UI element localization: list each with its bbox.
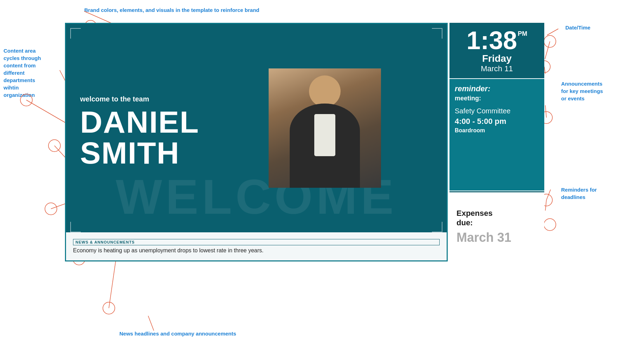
brand-annotation-label: Brand colors, elements, and visuals in t… bbox=[84, 6, 259, 14]
announcements-annotation-label: Announcementsfor key meetingsor events bbox=[561, 80, 603, 102]
deadline-panel: Expensesdue: March 31 bbox=[449, 191, 544, 261]
svg-point-10 bbox=[544, 35, 556, 47]
deadline-label: Expensesdue: bbox=[456, 209, 537, 227]
svg-line-20 bbox=[148, 316, 154, 331]
svg-line-11 bbox=[545, 41, 550, 59]
news-bar: NEWS & ANNOUNCEMENTS Economy is heating … bbox=[66, 232, 447, 260]
svg-line-4 bbox=[26, 100, 66, 123]
svg-line-9 bbox=[547, 29, 558, 35]
person-photo bbox=[269, 68, 381, 188]
corner-bracket-tl bbox=[70, 28, 81, 39]
content-area-annotation-label: Content areacycles throughcontent fromdi… bbox=[4, 47, 41, 99]
reminder-panel: reminder: meeting: Safety Committee 4:00… bbox=[449, 79, 544, 191]
photo-shirt-detail bbox=[314, 114, 335, 156]
corner-bracket-br bbox=[432, 222, 442, 232]
svg-line-19 bbox=[546, 190, 551, 200]
deadline-date: March 31 bbox=[456, 230, 537, 245]
main-screen: WELCOME welcome to the team DANIEL SMITH… bbox=[65, 23, 448, 261]
svg-point-21 bbox=[103, 302, 115, 314]
svg-point-7 bbox=[45, 203, 57, 215]
reminder-subheader: meeting: bbox=[455, 95, 539, 102]
news-label: NEWS & ANNOUNCEMENTS bbox=[73, 239, 440, 245]
svg-point-5 bbox=[48, 140, 60, 152]
welcome-subtitle: welcome to the team bbox=[80, 95, 203, 103]
svg-line-22 bbox=[109, 260, 116, 308]
reminder-header: reminder: bbox=[455, 84, 539, 93]
person-first-name: DANIEL bbox=[80, 107, 203, 138]
time-display: 1:38 PM bbox=[466, 28, 527, 53]
datetime-panel: 1:38 PM Friday March 11 bbox=[449, 23, 544, 79]
corner-bracket-bl bbox=[70, 222, 81, 232]
news-text: Economy is heating up as unemployment dr… bbox=[73, 247, 440, 254]
svg-line-13 bbox=[544, 67, 545, 74]
person-last-name: SMITH bbox=[80, 138, 203, 168]
right-sidebar: 1:38 PM Friday March 11 reminder: meetin… bbox=[449, 23, 544, 261]
svg-line-8 bbox=[51, 204, 66, 209]
reminder-title: Safety Committee bbox=[455, 106, 539, 115]
reminder-location: Boardroom bbox=[455, 127, 539, 134]
welcome-text-block: welcome to the team DANIEL SMITH bbox=[66, 24, 213, 232]
person-photo-block bbox=[213, 24, 447, 232]
time-main: 1:38 bbox=[466, 28, 517, 53]
reminders-annotation-label: Reminders fordeadlines bbox=[561, 186, 597, 201]
svg-line-6 bbox=[54, 146, 66, 158]
date-display: March 11 bbox=[481, 64, 513, 73]
reminder-time: 4:00 - 5:00 pm bbox=[455, 117, 539, 126]
datetime-annotation-label: Date/Time bbox=[565, 24, 590, 31]
svg-line-15 bbox=[545, 105, 546, 118]
svg-point-18 bbox=[544, 219, 556, 231]
time-ampm: PM bbox=[518, 31, 527, 37]
news-annotation-label: News headlines and company announcements bbox=[119, 330, 236, 337]
corner-bracket-tr bbox=[432, 28, 442, 39]
content-area: WELCOME welcome to the team DANIEL SMITH bbox=[66, 24, 447, 232]
svg-line-17 bbox=[545, 200, 546, 211]
day-name: Friday bbox=[482, 53, 512, 64]
